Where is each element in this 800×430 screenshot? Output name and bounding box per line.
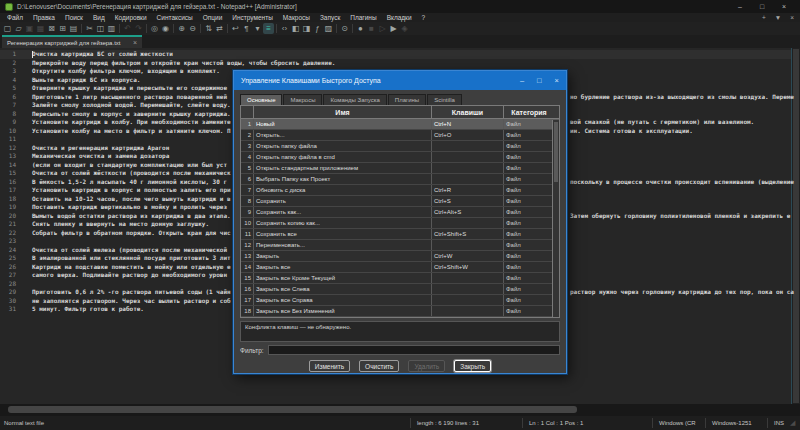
status-eol-format[interactable]: Windows (CR LF) [652,418,705,428]
open-folder-icon[interactable]: ▱ [13,23,24,34]
close-button[interactable]: × [773,0,795,13]
sync-horizontal-scroll-icon[interactable]: ⇄ [214,23,225,34]
line-text: 5 минут. Фильтр готов к работе. [32,305,144,314]
close-tab-icon[interactable]: × [790,14,794,21]
status-insert-mode[interactable]: INS [767,418,790,428]
shortcut-row[interactable]: 11Сохранить всеCtrl+Shift+SФайл [241,229,559,240]
find-icon[interactable]: ◎ [149,23,160,34]
tab-close-icon[interactable]: × [133,39,137,46]
menu-item-Запуск[interactable]: Запуск [315,13,345,22]
menu-item-Макросы[interactable]: Макросы [278,13,315,22]
maximize-button[interactable]: □ [751,0,773,13]
cut-icon[interactable]: ✂ [84,23,95,34]
shortcut-row[interactable]: 10Сохранить копию как...Файл [241,218,559,229]
document-map-icon[interactable]: ◧ [290,23,301,34]
dialog-close-button[interactable]: × [555,76,559,85]
paste-icon[interactable]: ▥ [106,23,117,34]
print-icon[interactable]: ▤ [68,23,79,34]
shortcut-row[interactable]: 14Закрыть всеCtrl+Shift+WФайл [241,262,559,273]
menu-item-Поиск[interactable]: Поиск [60,13,88,22]
shortcut-row[interactable]: 13ЗакрытьCtrl+WФайл [241,251,559,262]
macro-run-multiple-icon[interactable]: ▶ [388,23,399,34]
dialog-tab-Scintilla[interactable]: Scintilla [427,94,462,105]
new-tab-icon[interactable]: + [762,14,766,21]
tab-list-icon[interactable]: ▼ [775,14,781,21]
dialog-maximize-button[interactable]: □ [537,76,542,85]
dialog-tab-Основные[interactable]: Основные [240,94,282,105]
dropdown-caret-icon[interactable]: ▾ [252,23,263,34]
line-text: Очистка картриджа БС от солей жесткости [32,50,173,59]
shortcut-row[interactable]: 7Обновить с дискаCtrl+RФайл [241,185,559,196]
shortcut-row[interactable]: 5Открыть стандартным приложениемФайл [241,163,559,174]
dialog-title-bar[interactable]: Управление Клавишами Быстрого Доступа – … [234,71,566,90]
macro-record-icon[interactable]: ● [355,23,366,34]
Закрыть-button[interactable]: Закрыть [454,360,491,372]
column-header-name[interactable]: Имя [254,106,432,118]
menu-item-?[interactable]: ? [417,13,431,22]
new-file-icon[interactable]: ▢ [2,23,13,34]
dialog-tab-Макросы[interactable]: Макросы [283,94,322,105]
replace-icon[interactable]: ◉ [160,23,171,34]
status-encoding[interactable]: Windows-1251 [705,418,767,428]
row-category: Файл [504,196,554,206]
Очистить-button[interactable]: Очистить [359,360,399,372]
sync-vertical-scroll-icon[interactable]: ⇅ [203,23,214,34]
menu-item-Плагины[interactable]: Плагины [345,13,381,22]
menu-item-Инструменты[interactable]: Инструменты [227,13,278,22]
zoom-in-icon[interactable]: ⊕ [176,23,187,34]
editor-horizontal-scrollbar[interactable] [0,404,800,416]
shortcut-row[interactable]: 4Открыть папку файла в cmdФайл [241,152,559,163]
menu-item-Файл[interactable]: Файл [2,13,28,22]
indent-guide-icon[interactable]: ≡ [263,23,274,34]
close-all-docs-icon[interactable]: ⊞ [57,23,68,34]
table-scrollbar[interactable] [552,120,559,317]
function-list-icon[interactable]: ‹› [279,23,290,34]
menu-item-Вид[interactable]: Вид [88,13,110,22]
shortcut-row[interactable]: 15Закрыть все Кроме ТекущейФайл [241,273,559,284]
shortcut-row[interactable]: 2Открыть...Ctrl+OФайл [241,130,559,141]
monitoring-icon[interactable]: ⊙ [339,23,350,34]
document-tab-label: Регенерация картриджей для гейзера.txt [7,40,120,46]
Изменить-button[interactable]: Изменить [309,360,350,372]
shortcut-row[interactable]: 12Переименовать...Файл [241,240,559,251]
zoom-out-icon[interactable]: ⊖ [187,23,198,34]
row-category: Файл [504,152,554,162]
column-header-keys[interactable]: Клавиши [432,106,504,118]
dialog-tab-Команды Запуска[interactable]: Команды Запуска [323,94,386,105]
resize-grip[interactable]: ◢ [790,419,800,427]
close-doc-icon[interactable]: ⊠ [46,23,57,34]
minimize-button[interactable]: – [729,0,751,13]
toolbar: ▢▱▣▦⊠⊞▤✂◫▥↶↷◎◉⊕⊖⇅⇄↩¶▾≡‹›◧◨ƒ▨⊙●■▷▶◈ [0,22,800,35]
dialog-minimize-button[interactable]: – [520,76,524,85]
shortcut-row[interactable]: 9Сохранить как...Ctrl+Alt+SФайл [241,207,559,218]
column-header-category[interactable]: Категория [504,106,554,118]
menu-item-Кодировки[interactable]: Кодировки [110,13,152,22]
editor-vertical-scrollbar[interactable] [791,48,800,404]
scrollbar-thumb[interactable] [793,49,799,403]
dialog-tab-Плагины[interactable]: Плагины [388,94,426,105]
shortcut-row[interactable]: 6Выбрать Папку как ПроектФайл [241,174,559,185]
menu-item-Вкладки[interactable]: Вкладки [382,13,417,22]
scrollbar-thumb[interactable] [554,122,558,182]
menu-item-Опции[interactable]: Опции [198,13,228,22]
menu-item-Синтаксисы[interactable]: Синтаксисы [152,13,198,22]
copy-icon[interactable]: ◫ [95,23,106,34]
shortcut-row[interactable]: 18Закрыть все Без ИзмененийФайл [241,306,559,317]
document-list-icon[interactable]: ◨ [301,23,312,34]
row-index: 2 [241,130,254,140]
document-tab[interactable]: Регенерация картриджей для гейзера.txt × [2,35,142,48]
filter-input[interactable] [268,345,560,355]
shortcut-row[interactable]: 3Открыть папку файлаФайл [241,141,559,152]
shortcut-row[interactable]: 17Закрыть все СправаФайл [241,295,559,306]
shortcut-row[interactable]: 8СохранитьCtrl+SФайл [241,196,559,207]
word-wrap-icon[interactable]: ↩ [230,23,241,34]
folder-as-workspace-icon[interactable]: ▨ [323,23,334,34]
row-category: Файл [504,174,554,184]
function-fx-icon[interactable]: ƒ [312,23,323,34]
shortcut-row[interactable]: 1НовыйCtrl+NФайл [241,119,559,130]
menu-item-Правка[interactable]: Правка [28,13,60,22]
scrollbar-thumb[interactable] [8,406,577,413]
line-text: Установить картридж в корпус и полностью… [32,186,231,195]
shortcut-row[interactable]: 16Закрыть все СлеваФайл [241,284,559,295]
show-all-characters-icon[interactable]: ¶ [241,23,252,34]
